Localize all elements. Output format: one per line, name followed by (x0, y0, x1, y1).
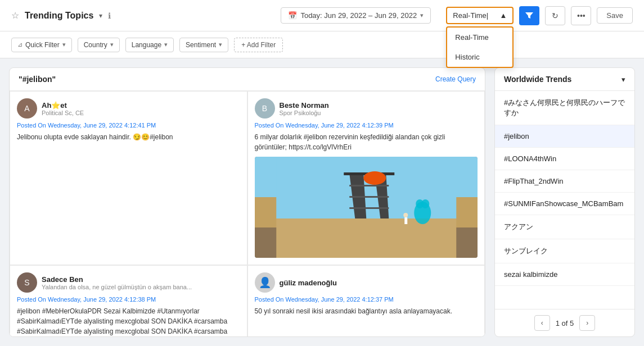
country-filter-button[interactable]: Country ▾ (78, 38, 120, 52)
language-filter-button[interactable]: Language ▾ (125, 38, 174, 52)
date-range-picker[interactable]: 📅 Today: Jun 29, 2022 – Jun 29, 2022 ▾ (281, 7, 431, 24)
svg-rect-1 (276, 218, 456, 258)
trending-item[interactable]: sezai kalbimizde (495, 263, 634, 286)
post-author-name: güliz madenoğlu (280, 279, 337, 287)
post-author-info: Beste Norman Spor Psikoloğu (280, 101, 329, 116)
language-filter-label: Language (132, 41, 161, 49)
realtime-value: Real-Time| (453, 11, 488, 20)
refresh-icon: ↻ (552, 11, 559, 20)
post-author-info: Ah⭐et Political Sc, CE (42, 101, 84, 116)
sentiment-chevron-icon: ▾ (219, 41, 222, 48)
post-text: Jelibonu olupta evde saklayan haindir. 😏… (17, 132, 240, 142)
svg-rect-5 (349, 196, 389, 198)
date-chevron-icon: ▾ (420, 12, 424, 19)
svg-rect-11 (404, 217, 407, 224)
left-panel-header: "#jelibon" Create Query (10, 68, 485, 91)
post-author-subtitle: Spor Psikoloğu (280, 110, 329, 116)
realtime-dropdown-menu: Real-Time Historic (446, 26, 514, 68)
create-query-link[interactable]: Create Query (435, 75, 476, 83)
main-content: "#jelibon" Create Query A Ah⭐et Politica… (0, 58, 644, 346)
post-card-post3[interactable]: S Sadece Ben Yalandan da olsa, ne güzel … (10, 265, 247, 336)
post-author-name: Sadece Ben (42, 275, 192, 284)
sentiment-filter-label: Sentiment (186, 41, 216, 49)
filter-icon-button[interactable] (519, 6, 539, 25)
post-image (255, 157, 478, 258)
dropdown-item-realtime[interactable]: Real-Time (447, 28, 512, 47)
post-author-subtitle: Yalandan da olsa, ne güzel gülmüştün o a… (42, 284, 192, 290)
prev-page-button[interactable]: ‹ (534, 315, 550, 331)
post-author-name: Beste Norman (280, 101, 329, 110)
avatar: 👤 (255, 272, 275, 293)
trending-list: #みなさん何県民と何県民のハーフですか#jelibon#LOONA4thWin#… (495, 91, 634, 309)
post-author-info: Sadece Ben Yalandan da olsa, ne güzel gü… (42, 275, 192, 290)
trending-item[interactable]: #jelibon (495, 125, 634, 148)
post-card-post2[interactable]: B Beste Norman Spor Psikoloğu Posted On … (247, 91, 485, 265)
post-card-post4[interactable]: 👤 güliz madenoğlu Posted On Wednesday, J… (247, 265, 485, 336)
page-title: Trending Topics (25, 11, 93, 21)
right-panel: Worldwide Trends ▾ #みなさん何県民と何県民のハーフですか#j… (494, 67, 635, 337)
info-icon[interactable]: ℹ (108, 11, 111, 20)
date-range-text: Today: Jun 29, 2022 – Jun 29, 2022 (300, 11, 417, 20)
add-filter-button[interactable]: + Add Filter (234, 38, 283, 52)
trending-item[interactable]: サンブレイク (495, 239, 634, 263)
svg-point-14 (421, 199, 429, 208)
next-page-button[interactable]: › (579, 315, 595, 331)
trending-item[interactable]: アクアン (495, 215, 634, 239)
svg-point-10 (403, 213, 408, 217)
funnel-icon (525, 11, 534, 20)
post-header: B Beste Norman Spor Psikoloğu (255, 98, 478, 119)
filter-bar: ⊿ Quick Filter ▾ Country ▾ Language ▾ Se… (0, 31, 644, 58)
dropdown-item-historic[interactable]: Historic (447, 47, 512, 67)
post-text: 50 yıl sonraki nesil ikisi arasındaki ba… (255, 306, 478, 316)
trending-item[interactable]: #みなさん何県民と何県民のハーフですか (495, 91, 634, 125)
post-card-post1[interactable]: A Ah⭐et Political Sc, CE Posted On Wedne… (10, 91, 247, 265)
worldwide-chevron-icon[interactable]: ▾ (622, 75, 625, 84)
worldwide-title: Worldwide Trends (504, 75, 571, 84)
left-panel: "#jelibon" Create Query A Ah⭐et Politica… (9, 67, 485, 337)
pagination: ‹ 1 of 5 › (495, 309, 634, 336)
oil-rig-image (255, 157, 478, 258)
sentiment-filter-button[interactable]: Sentiment ▾ (179, 38, 228, 52)
calendar-icon: 📅 (288, 11, 297, 20)
svg-rect-9 (369, 178, 380, 183)
quick-filter-button[interactable]: ⊿ Quick Filter ▾ (11, 38, 72, 52)
star-icon[interactable]: ☆ (11, 10, 19, 21)
refresh-button[interactable]: ↻ (545, 6, 565, 25)
avatar: B (255, 98, 275, 119)
more-icon: ••• (577, 11, 586, 20)
svg-rect-4 (349, 185, 389, 186)
post-header: S Sadece Ben Yalandan da olsa, ne güzel … (17, 272, 240, 293)
right-panel-header: Worldwide Trends ▾ (495, 68, 634, 91)
language-chevron-icon: ▾ (164, 41, 168, 48)
post-text: #jelibon #MebHerOkulaPDR Sezai Kalbimizd… (17, 306, 240, 336)
more-options-button[interactable]: ••• (571, 6, 591, 25)
post-date: Posted On Wednesday, June 29, 2022 4:12:… (17, 122, 240, 129)
page-info: 1 of 5 (556, 319, 574, 327)
save-button[interactable]: Save (597, 7, 633, 24)
post-author-name: Ah⭐et (42, 101, 84, 110)
country-filter-label: Country (84, 41, 107, 49)
post-text: 6 milyar dolarlık #jelibon rezervinin ke… (255, 132, 478, 152)
header: ☆ Trending Topics ▾ ℹ 📅 Today: Jun 29, 2… (0, 0, 644, 31)
post-author-info: güliz madenoğlu (280, 279, 337, 287)
realtime-wrapper: Real-Time| ▲ Real-Time Historic (446, 7, 514, 24)
trending-item[interactable]: #FlipThat_2ndWin (495, 170, 634, 193)
post-header: 👤 güliz madenoğlu (255, 272, 478, 293)
post-date: Posted On Wednesday, June 29, 2022 4:12:… (255, 122, 478, 129)
query-title: "#jelibon" (19, 75, 56, 84)
quick-filter-label: Quick Filter (25, 41, 60, 49)
post-date: Posted On Wednesday, June 29, 2022 4:12:… (255, 296, 478, 303)
svg-rect-6 (349, 207, 389, 209)
avatar: A (17, 98, 37, 119)
country-chevron-icon: ▾ (110, 41, 114, 48)
realtime-chevron-icon: ▲ (499, 11, 507, 20)
trending-item[interactable]: #LOONA4thWin (495, 148, 634, 170)
title-chevron-icon[interactable]: ▾ (99, 12, 102, 20)
realtime-dropdown-trigger[interactable]: Real-Time| ▲ (446, 7, 514, 24)
posts-grid: A Ah⭐et Political Sc, CE Posted On Wedne… (10, 91, 485, 336)
avatar: S (17, 272, 37, 293)
filter-funnel-icon: ⊿ (17, 41, 22, 48)
post-header: A Ah⭐et Political Sc, CE (17, 98, 240, 119)
post-author-subtitle: Political Sc, CE (42, 110, 84, 116)
trending-item[interactable]: #SUNMIFanShowcase_MCBamBam (495, 193, 634, 215)
